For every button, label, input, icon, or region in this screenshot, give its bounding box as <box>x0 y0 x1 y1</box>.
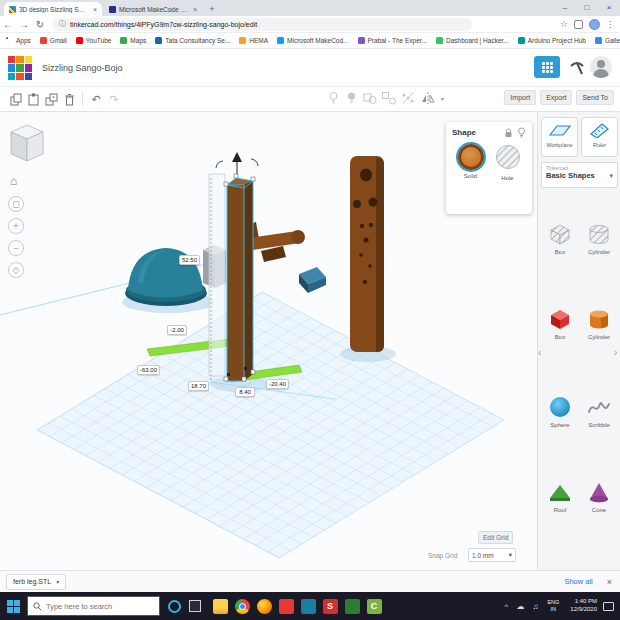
undo-button[interactable]: ↶ <box>87 91 105 107</box>
shape-tile-sphere[interactable]: Sphere <box>543 395 577 428</box>
selected-column-shape[interactable] <box>227 178 253 381</box>
shape-tile-box[interactable]: Box <box>543 307 577 340</box>
browser-menu-icon[interactable]: ⋮ <box>606 20 614 29</box>
hole-swatch[interactable] <box>495 144 521 170</box>
zoom-out-button[interactable]: − <box>8 240 24 256</box>
send-to-button[interactable]: Send To <box>576 90 614 105</box>
bookmark-item[interactable]: Tata Consultancy Se... <box>155 37 230 44</box>
workplane-grid[interactable] <box>37 292 504 558</box>
language-indicator[interactable]: ENG IN <box>547 599 559 612</box>
dim-z-field[interactable]: -2.00 <box>167 325 187 335</box>
shape-tile-roof[interactable]: Roof <box>543 480 577 513</box>
shape-tile-scribble[interactable]: Scribble <box>582 395 616 428</box>
bookmark-item[interactable]: Dashboard | Hacker... <box>436 37 509 44</box>
workplane-tool-button[interactable]: Workplane <box>541 117 578 157</box>
chevron-right-icon[interactable]: › <box>614 347 617 358</box>
maximize-button[interactable]: □ <box>576 0 598 16</box>
bookmark-item[interactable]: Maps <box>120 37 146 44</box>
zoom-in-button[interactable]: + <box>8 218 24 234</box>
green-app-icon[interactable] <box>345 599 360 614</box>
url-box[interactable]: ⓘ tinkercad.com/things/4iPFyG9m7cw-sizzl… <box>52 18 472 31</box>
dim-y-field[interactable]: -20.40 <box>266 379 289 389</box>
extensions-icon[interactable] <box>574 20 583 29</box>
shape-category-dropdown[interactable]: Tinkercad Basic Shapes ▾ <box>541 162 618 188</box>
duplicate-button[interactable] <box>42 91 60 107</box>
ghost-column-shape[interactable] <box>209 174 225 376</box>
snap-grid-select[interactable]: 1.0 mm ▾ <box>468 548 516 562</box>
red-app-icon[interactable] <box>279 599 294 614</box>
perspective-toggle-button[interactable]: ◇ <box>8 262 24 278</box>
align-icon[interactable] <box>401 91 415 105</box>
dim-width-field[interactable]: 18.70 <box>188 381 209 391</box>
forward-icon[interactable]: → <box>16 19 32 30</box>
group-icon[interactable] <box>363 91 377 105</box>
blue-wedge-shape[interactable] <box>299 267 326 293</box>
show-all-downloads-link[interactable]: Show all <box>564 577 592 586</box>
file-explorer-icon[interactable] <box>213 599 228 614</box>
page-info-icon[interactable]: ⓘ <box>59 19 66 29</box>
ruler-tool-button[interactable]: Ruler <box>581 117 618 157</box>
viewport-canvas[interactable]: ⌂ ◻ + − ◇ 52.50 -2.00 -63.00 18.70 8.40 … <box>0 112 537 570</box>
blocks-editor-button[interactable] <box>534 56 560 78</box>
chevron-down-icon[interactable]: ▾ <box>441 95 444 102</box>
tab-close-icon[interactable]: × <box>93 6 97 13</box>
taskbar-clock[interactable]: 1:40 PM 12/9/2020 <box>570 598 597 614</box>
tab-tinkercad[interactable]: 3D design Sizzling Sango-Bojo × <box>4 2 102 16</box>
user-avatar[interactable] <box>590 56 612 78</box>
hide-bulb-icon[interactable] <box>327 91 340 105</box>
bookmark-item[interactable]: Microsoft MakeCod... <box>277 37 348 44</box>
import-button[interactable]: Import <box>504 90 536 105</box>
shape-tile-cylinder[interactable]: Cylinder <box>582 307 616 340</box>
task-view-icon[interactable] <box>189 600 201 612</box>
bookmark-item[interactable]: YouTube <box>76 37 112 44</box>
bookmark-item[interactable]: HEMA <box>239 37 268 44</box>
tab-makecode[interactable]: Microsoft MakeCode for micro:b × <box>104 2 202 16</box>
taskbar-search[interactable] <box>27 596 160 616</box>
back-icon[interactable]: ← <box>0 19 16 30</box>
tinkercad-logo[interactable] <box>8 56 32 80</box>
cortana-icon[interactable] <box>168 600 181 613</box>
bookmark-item[interactable]: Arduino Project Hub <box>518 37 586 44</box>
dim-height-field[interactable]: 52.50 <box>179 255 200 265</box>
shape-tile-cone[interactable]: Cone <box>582 480 616 513</box>
chevron-left-icon[interactable]: ‹ <box>538 347 541 358</box>
bookmark-item[interactable]: Prabal - The Exper... <box>358 37 428 44</box>
solid-option[interactable]: Solid <box>456 144 486 181</box>
solid-swatch[interactable] <box>458 144 484 170</box>
close-shelf-icon[interactable]: × <box>607 577 612 587</box>
new-tab-button[interactable]: + <box>206 3 218 15</box>
teal-app-icon[interactable] <box>301 599 316 614</box>
delete-button[interactable] <box>60 91 78 107</box>
reload-icon[interactable]: ↻ <box>32 19 48 30</box>
firefox-icon[interactable] <box>257 599 272 614</box>
redo-button[interactable]: ↷ <box>105 91 123 107</box>
notification-center-icon[interactable] <box>603 602 614 611</box>
paste-button[interactable] <box>24 91 42 107</box>
search-input[interactable] <box>46 602 151 611</box>
sound-icon[interactable]: ♫ <box>532 602 538 611</box>
pickaxe-icon[interactable] <box>568 58 586 76</box>
mirror-icon[interactable] <box>420 91 436 105</box>
lock-icon[interactable] <box>504 128 513 138</box>
copy-button[interactable] <box>6 91 24 107</box>
s-app-icon[interactable]: S <box>323 599 338 614</box>
hole-option[interactable]: Hole <box>493 144 523 181</box>
show-all-bulb-icon[interactable] <box>345 91 358 105</box>
bookmark-star-icon[interactable]: ☆ <box>560 19 568 29</box>
close-button[interactable]: × <box>598 0 620 16</box>
export-button[interactable]: Export <box>540 90 572 105</box>
design-title[interactable]: Sizzling Sango-Bojo <box>42 63 123 73</box>
minimize-button[interactable]: – <box>554 0 576 16</box>
bookmark-item[interactable]: Gallery of Things | T... <box>595 37 620 44</box>
arm-shape[interactable] <box>246 222 305 262</box>
c-app-icon[interactable]: C <box>367 599 382 614</box>
bookmark-apps[interactable]: Apps <box>6 37 31 44</box>
dim-x-field[interactable]: -63.00 <box>137 365 160 375</box>
tab-close-icon[interactable]: × <box>193 6 197 13</box>
fit-view-button[interactable]: ◻ <box>8 196 24 212</box>
home-view-button[interactable]: ⌂ <box>10 174 17 188</box>
shape-tile-cylinder-hole[interactable]: Cylinder <box>582 222 616 255</box>
ungroup-icon[interactable] <box>382 91 396 105</box>
view-cube[interactable] <box>4 120 50 170</box>
bookmark-item[interactable]: Gmail <box>40 37 67 44</box>
